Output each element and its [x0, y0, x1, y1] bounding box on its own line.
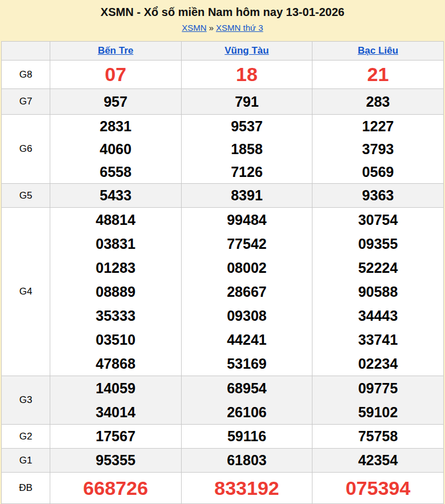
- result-number: 26106: [182, 400, 312, 424]
- column-header-bac-lieu: Bạc Liêu: [312, 42, 444, 61]
- result-cell: 791: [181, 89, 312, 115]
- breadcrumb: XSMN»XSMN thứ 3: [0, 23, 445, 33]
- result-number: 08889: [50, 280, 181, 304]
- corner-cell: [2, 42, 50, 61]
- result-number: 61803: [182, 449, 312, 472]
- prize-label-db: ĐB: [2, 473, 50, 504]
- breadcrumb-separator: »: [207, 23, 216, 33]
- prize-row-g6: G6 2831 4060 6558 9537 1858 7126 1227 37…: [2, 115, 444, 184]
- result-number: 09308: [182, 304, 312, 328]
- prize-label-g1: G1: [2, 449, 50, 473]
- result-number: 957: [50, 89, 181, 114]
- page-title: XSMN - Xổ số miền Nam hôm nay 13-01-2026: [0, 6, 445, 19]
- result-cell: 283: [312, 89, 444, 115]
- prize-row-g7: G7 957 791 283: [2, 89, 444, 115]
- prize-label-g4: G4: [2, 208, 50, 376]
- result-cell: 95355: [50, 449, 182, 473]
- result-number: 833192: [182, 473, 312, 503]
- result-cell: 833192: [181, 473, 312, 504]
- result-cell: 9363: [312, 184, 444, 208]
- page: { "colors": { "page_background": "#fbf1c…: [0, 0, 445, 504]
- lottery-results-table: Bến Tre Vũng Tàu Bạc Liêu G8 07 18 21 G7…: [1, 41, 444, 504]
- result-number: 34014: [50, 400, 181, 424]
- result-cell: 30754 09355 52224 90588 34443 33741 0223…: [312, 208, 444, 376]
- result-number: 75758: [312, 425, 443, 448]
- result-number: 09775: [312, 376, 443, 400]
- result-cell: 42354: [312, 449, 444, 473]
- result-cell: 668726: [50, 473, 182, 504]
- prize-row-db: ĐB 668726 833192 075394: [2, 473, 444, 504]
- result-number: 33741: [312, 328, 443, 352]
- result-number: 59102: [312, 400, 443, 424]
- province-link-ben-tre[interactable]: Bến Tre: [98, 45, 133, 56]
- result-number: 03510: [50, 328, 181, 352]
- result-number: 42354: [312, 449, 443, 472]
- result-number: 77542: [182, 232, 312, 256]
- result-number: 3793: [312, 138, 443, 160]
- result-number: 8391: [182, 184, 312, 207]
- result-number: 09355: [312, 232, 443, 256]
- prize-label-g6: G6: [2, 115, 50, 184]
- result-cell: 075394: [312, 473, 444, 504]
- result-number: 59116: [182, 425, 312, 448]
- column-header-vung-tau: Vũng Tàu: [181, 42, 312, 61]
- result-cell: 9537 1858 7126: [181, 115, 312, 184]
- result-number: 9363: [312, 184, 443, 207]
- result-cell: 1227 3793 0569: [312, 115, 444, 184]
- table-header-row: Bến Tre Vũng Tàu Bạc Liêu: [2, 42, 444, 61]
- result-number: 6558: [50, 160, 181, 183]
- result-number: 17567: [50, 425, 181, 448]
- breadcrumb-link-xsmn[interactable]: XSMN: [182, 23, 206, 33]
- result-cell: 5433: [50, 184, 182, 208]
- result-number: 5433: [50, 184, 181, 207]
- result-cell: 8391: [181, 184, 312, 208]
- prize-row-g8: G8 07 18 21: [2, 61, 444, 89]
- result-cell: 75758: [312, 425, 444, 449]
- result-number: 9537: [182, 115, 312, 138]
- result-number: 99484: [182, 208, 312, 232]
- result-cell: 957: [50, 89, 182, 115]
- result-cell: 2831 4060 6558: [50, 115, 182, 184]
- result-number: 07: [50, 61, 181, 88]
- result-number: 95355: [50, 449, 181, 472]
- prize-label-g3: G3: [2, 376, 50, 425]
- result-cell: 59116: [181, 425, 312, 449]
- result-number: 1227: [312, 115, 443, 138]
- result-number: 7126: [182, 160, 312, 183]
- prize-row-g1: G1 95355 61803 42354: [2, 449, 444, 473]
- result-number: 35333: [50, 304, 181, 328]
- prize-row-g5: G5 5433 8391 9363: [2, 184, 444, 208]
- result-number: 30754: [312, 208, 443, 232]
- prize-label-g7: G7: [2, 89, 50, 115]
- result-cell: 17567: [50, 425, 182, 449]
- prize-row-g3: G3 14059 34014 68954 26106 09775 59102: [2, 376, 444, 425]
- result-number: 4060: [50, 138, 181, 160]
- result-cell: 68954 26106: [181, 376, 312, 425]
- result-number: 28667: [182, 280, 312, 304]
- result-number: 0569: [312, 160, 443, 183]
- prize-label-g5: G5: [2, 184, 50, 208]
- result-cell: 21: [312, 61, 444, 89]
- result-number: 791: [182, 89, 312, 114]
- prize-row-g4: G4 48814 03831 01283 08889 35333 03510 4…: [2, 208, 444, 376]
- breadcrumb-link-xsmn-thu-3[interactable]: XSMN thứ 3: [216, 23, 263, 33]
- result-number: 283: [312, 89, 443, 114]
- result-number: 01283: [50, 256, 181, 280]
- result-cell: 14059 34014: [50, 376, 182, 425]
- result-cell: 07: [50, 61, 182, 89]
- result-number: 18: [182, 61, 312, 88]
- result-number: 21: [312, 61, 443, 88]
- result-number: 53169: [182, 352, 312, 376]
- result-number: 14059: [50, 376, 181, 400]
- result-number: 90588: [312, 280, 443, 304]
- result-number: 34443: [312, 304, 443, 328]
- province-link-bac-lieu[interactable]: Bạc Liêu: [358, 45, 398, 56]
- result-number: 52224: [312, 256, 443, 280]
- result-cell: 61803: [181, 449, 312, 473]
- result-number: 1858: [182, 138, 312, 160]
- prize-label-g8: G8: [2, 61, 50, 89]
- result-number: 48814: [50, 208, 181, 232]
- province-link-vung-tau[interactable]: Vũng Tàu: [224, 45, 268, 56]
- result-cell: 99484 77542 08002 28667 09308 44241 5316…: [181, 208, 312, 376]
- result-number: 03831: [50, 232, 181, 256]
